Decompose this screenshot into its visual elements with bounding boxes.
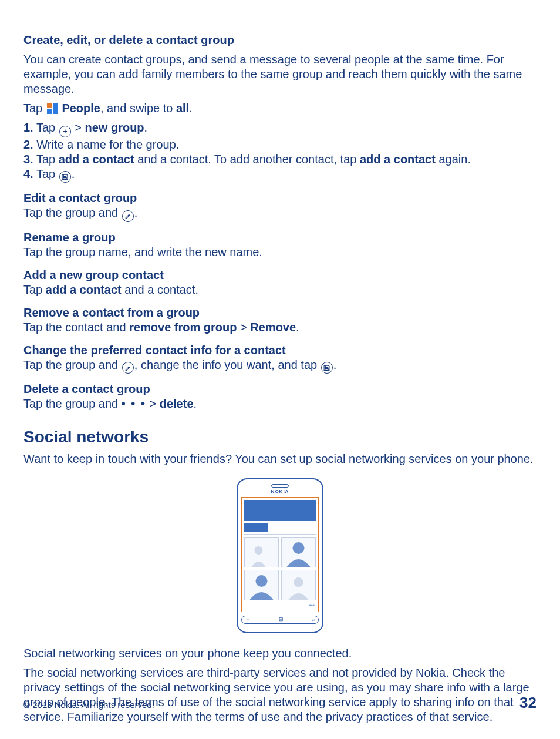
new-group-label: new group — [85, 121, 144, 134]
text: Write a name for the group. — [33, 138, 180, 151]
add-contact-label: add a contact — [360, 153, 436, 166]
text: Tap the group and — [23, 206, 122, 219]
header-bar — [244, 500, 316, 521]
more-icon: • • • — [122, 397, 146, 410]
text: > — [72, 121, 85, 134]
all-label: all — [176, 102, 189, 115]
step-num: 1. — [23, 121, 33, 134]
body: Tap the group name, and write the new na… — [23, 245, 537, 260]
body: Tap the group and . — [23, 206, 537, 222]
subheading: Change the preferred contact info for a … — [23, 343, 537, 358]
change-preferred-block: Change the preferred contact info for a … — [23, 343, 537, 374]
text: Tap the group and — [23, 358, 122, 371]
phone-navbar: ← ⊞ ⌕ — [241, 616, 319, 624]
body: Tap the group and , change the info you … — [23, 358, 537, 374]
text: again. — [436, 153, 471, 166]
contact-grid — [244, 537, 316, 600]
svg-point-2 — [256, 575, 268, 587]
start-tile-icon — [47, 103, 58, 114]
delete-label: delete — [160, 397, 194, 410]
text: . — [134, 206, 138, 219]
phone-screen: ••• — [241, 497, 319, 612]
text: and a contact. — [122, 283, 198, 296]
page-number: 32 — [519, 693, 537, 713]
text: Tap — [33, 153, 59, 166]
step-num: 3. — [23, 153, 33, 166]
save-icon — [59, 171, 71, 183]
text: Tap the contact and — [23, 321, 129, 334]
divider — [244, 534, 316, 535]
social-after-image: Social networking services on your phone… — [23, 646, 537, 661]
sub-bar — [244, 523, 268, 532]
step-num: 4. — [23, 167, 33, 180]
step-2: 2. Write a name for the group. — [23, 137, 537, 152]
earpiece-icon — [271, 484, 289, 488]
text: , and swipe to — [100, 102, 176, 115]
copyright-text: © 2013 Nokia. All rights reserved. — [23, 700, 154, 711]
step-3: 3. Tap add a contact and a contact. To a… — [23, 152, 537, 167]
text: . — [333, 358, 337, 371]
rename-group-block: Rename a group Tap the group name, and w… — [23, 230, 537, 260]
phone-illustration: NOKIA ••• ← ⊞ ⌕ — [23, 478, 537, 633]
step-1: 1. Tap > new group. — [23, 120, 537, 137]
delete-group-block: Delete a contact group Tap the group and… — [23, 382, 537, 411]
text: , change the info you want, and tap — [134, 358, 321, 371]
avatar-cell — [244, 537, 279, 567]
body: Tap the group and • • • > delete. — [23, 397, 537, 411]
step-4: 4. Tap . — [23, 167, 537, 183]
text: Tap — [33, 121, 59, 134]
text: Tap the group and — [23, 397, 122, 410]
text: and a contact. To add another contact, t… — [134, 153, 360, 166]
text: . — [189, 102, 193, 115]
save-icon — [321, 362, 333, 374]
intro-paragraph: You can create contact groups, and send … — [23, 52, 537, 96]
text: Tap — [23, 102, 46, 115]
subheading: Remove a contact from a group — [23, 305, 537, 320]
text: Tap — [23, 283, 46, 296]
edit-icon — [122, 362, 134, 374]
avatar-cell — [281, 570, 316, 600]
section-heading-social: Social networks — [23, 426, 537, 447]
edit-icon — [122, 210, 134, 222]
subheading: Rename a group — [23, 230, 537, 245]
subheading: Add a new group contact — [23, 268, 537, 283]
page-content: Create, edit, or delete a contact group … — [23, 33, 537, 724]
edit-group-block: Edit a contact group Tap the group and . — [23, 191, 537, 222]
text: Tap — [33, 167, 59, 180]
body: Tap add a contact and a contact. — [23, 283, 537, 297]
search-icon: ⌕ — [312, 616, 315, 623]
avatar-cell — [244, 570, 279, 600]
add-new-contact-block: Add a new group contact Tap add a contac… — [23, 268, 537, 297]
text: > — [146, 397, 160, 410]
add-contact-label: add a contact — [46, 283, 122, 296]
text: . — [72, 167, 75, 180]
add-contact-label: add a contact — [59, 153, 134, 166]
people-label: People — [62, 102, 100, 115]
text: > — [237, 321, 251, 334]
text: . — [194, 397, 197, 410]
back-icon: ← — [245, 616, 251, 623]
text: . — [144, 121, 148, 134]
subheading: Delete a contact group — [23, 382, 537, 397]
page-footer: © 2013 Nokia. All rights reserved. 32 — [23, 693, 537, 713]
remove-from-group-label: remove from group — [129, 321, 237, 334]
screen-more-icon: ••• — [244, 603, 316, 609]
remove-label: Remove — [250, 321, 296, 334]
step-num: 2. — [23, 138, 33, 151]
avatar-cell — [281, 537, 316, 567]
text: . — [296, 321, 299, 334]
social-intro: Want to keep in touch with your friends?… — [23, 452, 537, 466]
win-icon: ⊞ — [279, 616, 284, 623]
svg-point-0 — [255, 546, 263, 555]
section-title-create: Create, edit, or delete a contact group — [23, 33, 537, 48]
svg-point-1 — [293, 542, 305, 554]
body: Tap the contact and remove from group > … — [23, 320, 537, 335]
nokia-brand: NOKIA — [241, 489, 319, 495]
remove-contact-block: Remove a contact from a group Tap the co… — [23, 305, 537, 335]
subheading: Edit a contact group — [23, 191, 537, 206]
svg-point-3 — [294, 577, 303, 587]
tap-people-line: Tap People, and swipe to all. — [23, 101, 537, 116]
plus-icon — [59, 126, 71, 137]
steps-block: 1. Tap > new group. 2. Write a name for … — [23, 120, 537, 183]
phone-outline: NOKIA ••• ← ⊞ ⌕ — [237, 478, 323, 633]
